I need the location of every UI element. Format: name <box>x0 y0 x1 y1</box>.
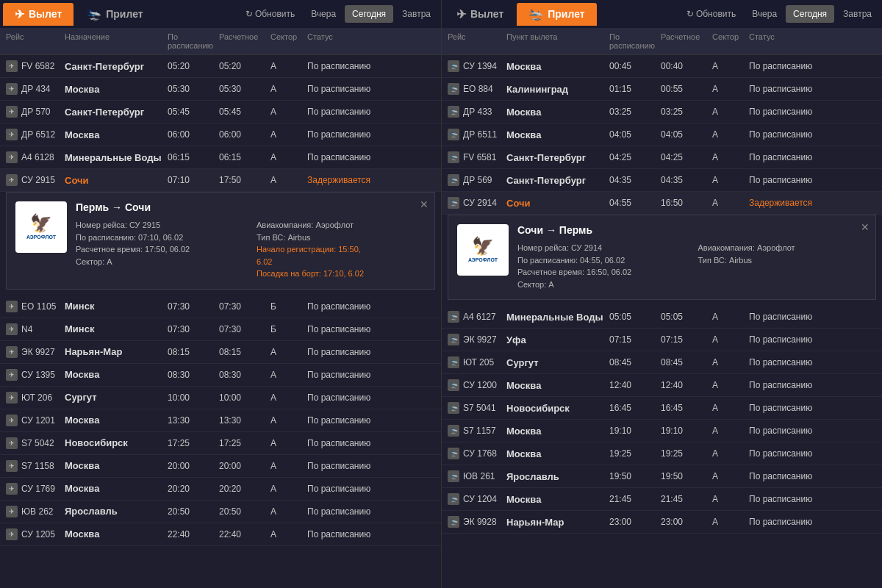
sched-time: 16:45 <box>609 403 661 413</box>
yesterday-btn-dep[interactable]: Вчера <box>304 5 343 23</box>
table-row[interactable]: 🛬ЕО 884 Калининград 01:15 00:55 A По рас… <box>442 78 882 101</box>
arr-plane-icon: 🛬 <box>528 7 543 21</box>
table-row[interactable]: ✈N4 Минск 07:30 07:30 Б По расписанию <box>0 318 441 341</box>
sched-time: 20:00 <box>168 461 219 471</box>
sector: A <box>712 357 749 368</box>
flight-num: ✈N4 <box>6 323 65 335</box>
table-row[interactable]: ✈СУ 1201 Москва 13:30 13:30 A По расписа… <box>0 409 441 432</box>
destination: Ярославль <box>65 506 168 517</box>
table-row[interactable]: 🛬ЮТ 205 Сургут 08:45 08:45 A По расписан… <box>442 351 882 374</box>
flight-num: 🛬СУ 1394 <box>448 60 506 72</box>
table-row[interactable]: 🛬СУ 1394 Москва 00:45 00:40 A По расписа… <box>442 55 882 78</box>
table-row[interactable]: 🛬СУ 1204 Москва 21:45 21:45 A По расписа… <box>442 488 882 511</box>
close-detail-btn[interactable]: ✕ <box>420 198 429 210</box>
table-row[interactable]: ✈ДР 570 Санкт-Петербург 05:45 05:45 A По… <box>0 101 441 123</box>
destination: Москва <box>65 415 168 426</box>
est-time: 22:40 <box>219 529 270 539</box>
status: По расписанию <box>307 370 435 380</box>
sched-time: 08:45 <box>609 357 661 368</box>
sector: A <box>270 84 307 94</box>
arr-table-header: Рейс Пункт вылета По расписанию Расчетно… <box>442 28 882 55</box>
table-row-delayed-arr[interactable]: 🛬СУ 2914 Сочи 04:55 16:50 A Задерживаетс… <box>442 192 882 215</box>
table-row[interactable]: ✈S7 1158 Москва 20:00 20:00 A По расписа… <box>0 455 441 478</box>
table-row[interactable]: 🛬ДР 433 Москва 03:25 03:25 A По расписан… <box>442 101 882 123</box>
sector: A <box>270 129 307 140</box>
table-row[interactable]: ✈ЮТ 206 Сургут 10:00 10:00 A По расписан… <box>0 387 441 409</box>
arr-flight-detail-panel: 🦅 АЭРОФЛОТ Сочи → Пермь Номер рейса: СУ … <box>448 215 876 300</box>
tomorrow-btn-dep[interactable]: Завтра <box>395 5 438 23</box>
refresh-btn-arr[interactable]: ↻ Обновить <box>679 5 744 23</box>
detail-reg: Начало регистрации: 15:50,6.02 <box>257 243 426 268</box>
departure-tab-arr-panel[interactable]: ✈ Вылет <box>445 3 515 26</box>
table-row[interactable]: ✈ЭК 9927 Нарьян-Мар 08:15 08:15 A По рас… <box>0 341 441 364</box>
status-delayed-arr: Задерживается <box>749 198 876 208</box>
yesterday-btn-arr[interactable]: Вчера <box>745 5 784 23</box>
table-row[interactable]: 🛬ЮВ 261 Ярославль 19:50 19:50 A По распи… <box>442 465 882 488</box>
today-btn-arr[interactable]: Сегодня <box>786 5 834 23</box>
sector: A <box>712 61 749 71</box>
departure-plane-icon: ✈ <box>15 7 24 21</box>
sched-time: 05:30 <box>168 84 219 94</box>
table-row[interactable]: ✈ДР 6512 Москва 06:00 06:00 A По расписа… <box>0 123 441 146</box>
destination-delayed-arr: Сочи <box>506 198 609 209</box>
flight-num: 🛬S7 1157 <box>448 425 506 437</box>
table-row[interactable]: 🛬СУ 1768 Москва 19:25 19:25 A По расписа… <box>442 442 882 465</box>
status: По расписанию <box>749 448 876 459</box>
table-row[interactable]: 🛬ДР 6511 Москва 04:05 04:05 A По расписа… <box>442 123 882 146</box>
arr-detail-est: Расчетное время: 16:50, 06.02 <box>517 266 686 279</box>
tomorrow-btn-arr[interactable]: Завтра <box>836 5 879 23</box>
table-row[interactable]: ✈S7 5042 Новосибирск 17:25 17:25 A По ра… <box>0 432 441 455</box>
table-row[interactable]: 🛬S7 5041 Новосибирск 16:45 16:45 A По ра… <box>442 397 882 420</box>
destination: Сургут <box>65 392 168 403</box>
table-row[interactable]: 🛬А4 6127 Минеральные Воды 05:05 05:05 A … <box>442 306 882 329</box>
flight-num: 🛬А4 6127 <box>448 311 506 323</box>
sector: A <box>712 198 749 208</box>
status: По расписанию <box>749 380 876 390</box>
dep-table-header: Рейс Назначение По расписанию Расчетное … <box>0 28 441 55</box>
arrival-tab-arr[interactable]: 🛬 Прилет <box>517 3 596 26</box>
table-row[interactable]: 🛬ЭК 9928 Нарьян-Мар 23:00 23:00 A По рас… <box>442 511 882 534</box>
status: По расписанию <box>749 107 876 117</box>
table-row[interactable]: 🛬СУ 1200 Москва 12:40 12:40 A По расписа… <box>442 374 882 397</box>
destination: Москва <box>506 426 609 437</box>
table-row[interactable]: 🛬ЭК 9927 Уфа 07:15 07:15 A По расписанию <box>442 329 882 351</box>
table-row-delayed[interactable]: ✈СУ 2915 Сочи 07:10 17:50 A Задерживаетс… <box>0 169 441 192</box>
status: По расписанию <box>749 84 876 94</box>
table-row[interactable]: ✈ДР 434 Москва 05:30 05:30 A По расписан… <box>0 78 441 101</box>
table-row[interactable]: 🛬S7 1157 Москва 19:10 19:10 A По расписа… <box>442 420 882 442</box>
flight-detail-panel: 🦅 АЭРОФЛОТ Пермь → Сочи Номер рейса: СУ … <box>6 192 435 290</box>
status: По расписанию <box>749 129 876 140</box>
est-time: 07:30 <box>219 301 270 312</box>
sector: A <box>270 438 307 448</box>
detail-flight-num: Номер рейса: СУ 2915 <box>76 219 245 232</box>
table-row[interactable]: 🛬FV 6581 Санкт-Петербург 04:25 04:25 A П… <box>442 146 882 169</box>
table-row[interactable]: ✈СУ 1205 Москва 22:40 22:40 A По расписа… <box>0 523 441 546</box>
sector: A <box>712 334 749 345</box>
refresh-btn-dep[interactable]: ↻ Обновить <box>238 5 303 23</box>
arrival-tab-dep-panel[interactable]: 🛬 Прилет <box>75 3 154 26</box>
arr-detail-sched: По расписанию: 04:55, 06.02 <box>517 254 686 267</box>
status: По расписанию <box>307 301 435 312</box>
table-row[interactable]: ✈СУ 1395 Москва 08:30 08:30 A По расписа… <box>0 364 441 387</box>
flight-num: ✈ЭК 9927 <box>6 346 65 358</box>
table-row[interactable]: ✈ЕО 1105 Минск 07:30 07:30 Б По расписан… <box>0 295 441 318</box>
table-row[interactable]: ✈ЮВ 262 Ярославль 20:50 20:50 A По распи… <box>0 501 441 523</box>
flight-num: 🛬ЮТ 205 <box>448 356 506 368</box>
table-row[interactable]: ✈А4 6128 Минеральные Воды 06:15 06:15 A … <box>0 146 441 169</box>
table-row[interactable]: 🛬ДР 569 Санкт-Петербург 04:35 04:35 A По… <box>442 169 882 192</box>
table-row[interactable]: ✈СУ 1769 Москва 20:20 20:20 A По расписа… <box>0 478 441 501</box>
today-btn-dep[interactable]: Сегодня <box>345 5 393 23</box>
table-row[interactable]: ✈FV 6582 Санкт-Петербург 05:20 05:20 A П… <box>0 55 441 78</box>
est-time: 05:30 <box>219 84 270 94</box>
flight-num: 🛬FV 6581 <box>448 151 506 163</box>
status: По расписанию <box>749 175 876 185</box>
destination: Минск <box>65 301 168 312</box>
sched-time: 05:45 <box>168 107 219 117</box>
departure-tab[interactable]: ✈ Вылет <box>3 3 74 26</box>
sched-time: 13:30 <box>168 415 219 426</box>
est-time: 05:05 <box>661 312 712 322</box>
destination: Санкт-Петербург <box>65 61 168 72</box>
flight-num: ✈ДР 6512 <box>6 129 65 140</box>
sector: A <box>712 107 749 117</box>
close-arr-detail-btn[interactable]: ✕ <box>861 221 870 233</box>
